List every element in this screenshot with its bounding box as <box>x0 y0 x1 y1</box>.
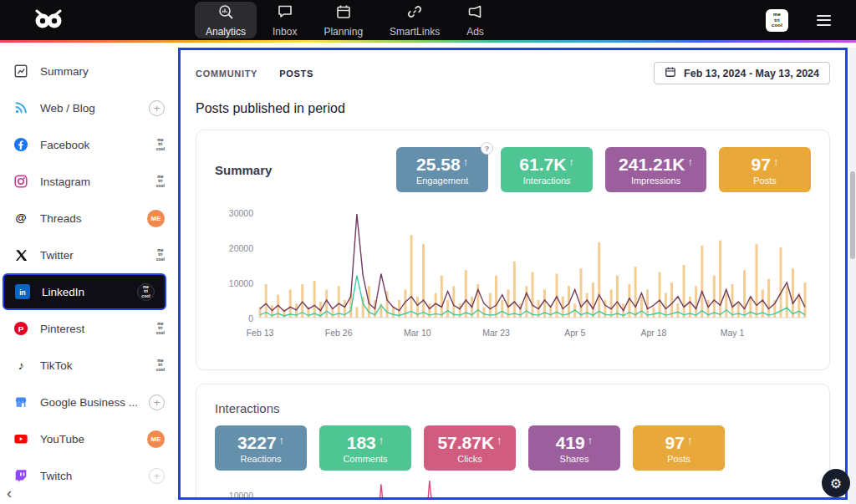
owl-logo-icon <box>30 9 67 31</box>
content-header: COMMUNITY POSTS Feb 13, 2024 - May 13, 2… <box>196 62 830 84</box>
trend-up-icon: ↑ <box>463 155 469 168</box>
sidebar-item-threads[interactable]: @ Threads ME <box>0 200 178 237</box>
sidebar-item-youtube[interactable]: YouTube ME <box>0 420 178 457</box>
sidebar-item-web-blog[interactable]: Web / Blog + <box>0 89 178 126</box>
sidebar-item-twitter[interactable]: Twitter metricool <box>0 237 178 273</box>
analytics-main-panel: COMMUNITY POSTS Feb 13, 2024 - May 13, 2… <box>178 48 848 500</box>
metric-chip-comments: 183↑ Comments <box>319 425 411 471</box>
connections-sidebar: Summary Web / Blog + Facebook metricool … <box>0 43 178 504</box>
inbox-icon <box>277 3 293 23</box>
svg-text:@: @ <box>15 211 26 224</box>
metric-chip-clicks: 57.87K↑ Clicks <box>424 425 516 471</box>
pinterest-icon: P <box>13 321 29 336</box>
trend-up-icon: ↑ <box>379 434 385 446</box>
trend-up-icon: ↑ <box>279 434 285 446</box>
sidebar-item-label: TikTok <box>40 359 73 372</box>
metric-chip-interactions: 61.7K↑ Interactions <box>501 147 593 192</box>
sidebar-item-label: Instagram <box>40 176 90 188</box>
tab-posts[interactable]: POSTS <box>279 69 313 79</box>
metricool-logo[interactable] <box>30 9 67 31</box>
me-avatar-badge: ME <box>147 430 165 448</box>
megaphone-icon <box>466 3 483 23</box>
analytics-icon <box>217 3 234 23</box>
threads-icon: @ <box>13 211 29 226</box>
trend-up-icon: ↑ <box>773 155 779 168</box>
svg-text:in: in <box>19 288 26 297</box>
interactions-metric-chips: 3227↑ Reactions 183↑ Comments 57.87K↑ Cl… <box>215 425 811 471</box>
page-title: Posts published in period <box>196 101 830 116</box>
add-connection-icon[interactable]: + <box>149 468 165 484</box>
metric-chip-engagement: ? 25.58↑ Engagement <box>396 147 488 192</box>
menu-icon[interactable] <box>817 15 831 26</box>
settings-gear-button[interactable]: ⚙ <box>822 469 850 497</box>
date-range-picker[interactable]: Feb 13, 2024 - May 13, 2024 <box>654 62 830 84</box>
topbar-right-cluster: me tri cool <box>766 0 831 40</box>
sidebar-item-tiktok[interactable]: ♪ TikTok metricool <box>0 347 178 384</box>
summary-chart: 0100002000030000Feb 13Feb 26Mar 10Mar 23… <box>215 212 811 353</box>
summary-card-title: Summary <box>215 163 272 177</box>
twitter-x-icon <box>13 248 29 262</box>
metric-chip-posts-2: 97↑ Posts <box>633 425 725 471</box>
nav-item-analytics[interactable]: Analytics <box>195 2 257 38</box>
interactions-card-title: Interactions <box>215 401 811 415</box>
sidebar-collapse-chevron-icon[interactable]: ‹ <box>7 484 12 502</box>
metricool-brand-badge[interactable]: me tri cool <box>766 9 788 32</box>
sidebar-item-label: Web / Blog <box>40 102 95 115</box>
nav-label: Analytics <box>206 26 246 38</box>
sidebar-item-linkedin[interactable]: in LinkedIn metricool <box>3 273 166 310</box>
add-connection-icon[interactable]: + <box>149 395 165 410</box>
sidebar-item-label: Summary <box>40 65 89 78</box>
sidebar-item-label: Twitch <box>40 470 72 482</box>
metric-chip-impressions: 241.21K↑ Impressions <box>605 147 706 192</box>
date-range-label: Feb 13, 2024 - May 13, 2024 <box>684 68 819 79</box>
badge-text: cool <box>772 23 782 28</box>
metricool-mini-badge: metricool <box>156 248 165 262</box>
analytics-tabs: COMMUNITY POSTS <box>196 69 313 79</box>
youtube-icon <box>13 431 29 446</box>
trend-up-icon: ↑ <box>568 155 574 168</box>
sidebar-item-twitch[interactable]: Twitch + <box>0 457 178 494</box>
trend-up-icon: ↑ <box>588 434 594 446</box>
tiktok-icon: ♪ <box>13 358 29 373</box>
sidebar-item-facebook[interactable]: Facebook metricool <box>0 126 178 163</box>
sidebar-item-label: LinkedIn <box>42 286 84 298</box>
nav-label: Planning <box>324 26 363 38</box>
trend-up-icon: ↑ <box>497 434 502 446</box>
sidebar-item-summary[interactable]: Summary <box>0 53 178 89</box>
sidebar-item-label: YouTube <box>40 433 84 445</box>
tab-community[interactable]: COMMUNITY <box>196 69 257 79</box>
nav-item-inbox[interactable]: Inbox <box>262 2 308 38</box>
scrollbar-thumb[interactable] <box>850 171 855 259</box>
summary-icon <box>13 64 29 79</box>
metricool-mini-badge: metricool <box>156 359 165 372</box>
nav-label: Inbox <box>273 26 297 38</box>
sidebar-item-label: Twitter <box>40 249 74 262</box>
primary-nav: Analytics Inbox Planning SmartLinks <box>195 0 495 40</box>
sidebar-item-label: Threads <box>40 212 82 225</box>
calendar-icon <box>665 66 676 80</box>
link-icon <box>406 3 423 23</box>
nav-label: SmartLinks <box>390 26 440 38</box>
interactions-chart: 10000 <box>215 481 811 500</box>
nav-item-planning[interactable]: Planning <box>313 2 374 38</box>
instagram-icon <box>13 174 29 189</box>
metricool-mini-badge: metricool <box>156 175 165 188</box>
add-connection-icon[interactable]: + <box>149 100 165 116</box>
calendar-icon <box>335 3 352 23</box>
nav-item-ads[interactable]: Ads <box>456 2 495 38</box>
summary-card: Summary ? 25.58↑ Engagement 61.7K↑ Inter… <box>196 130 830 370</box>
sidebar-item-pinterest[interactable]: P Pinterest metricool <box>0 310 178 347</box>
nav-item-smartlinks[interactable]: SmartLinks <box>379 2 451 38</box>
sidebar-item-instagram[interactable]: Instagram metricool <box>0 163 178 200</box>
sidebar-item-google-business[interactable]: Google Business ... + <box>0 384 178 420</box>
sidebar-item-label: Pinterest <box>40 323 84 335</box>
linkedin-icon: in <box>14 284 31 299</box>
scrollbar-track <box>849 48 856 504</box>
trend-up-icon: ↑ <box>688 155 694 168</box>
twitch-icon <box>13 468 29 483</box>
nav-label: Ads <box>466 26 484 38</box>
metric-chip-posts: 97↑ Posts <box>719 147 811 192</box>
metricool-mini-badge-dark: metricool <box>137 283 155 301</box>
help-icon[interactable]: ? <box>481 142 493 155</box>
metric-chip-shares: 419↑ Shares <box>528 425 620 471</box>
